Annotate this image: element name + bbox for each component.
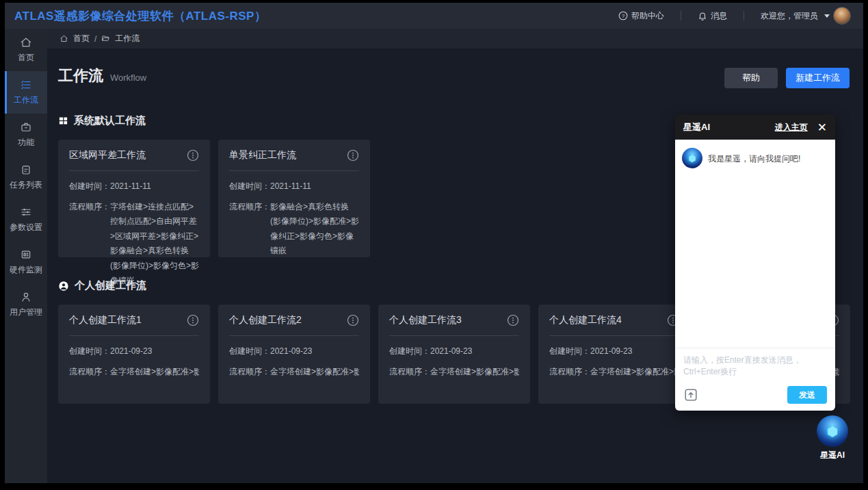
home-icon [60,34,68,43]
chat-input-area: 发送 [675,348,835,411]
created-value: 2021-09-23 [110,344,199,359]
flow-value: 金字塔创建>影像配准>影像融 [110,365,199,380]
divider [229,170,359,171]
flow-label: 流程顺序： [69,200,110,289]
created-label: 创建时间： [69,179,110,194]
sidebar-item-tasks[interactable]: 任务列表 [5,156,47,198]
sidebar-item-workflow[interactable]: 工作流 [5,71,47,114]
chat-header: 星遥AI 进入主页 ✕ [675,115,835,140]
ai-chat-panel: 星遥AI 进入主页 ✕ ⬢ 我是星遥，请向我提问吧! 发送 [675,115,835,411]
toolbox-icon [20,121,32,133]
chat-title: 星遥AI [683,121,710,133]
question-circle-icon: ? [618,11,628,21]
divider [681,11,681,21]
app-window: ATLAS遥感影像综合处理软件（ATLAS-RSP） ? 帮助中心 消息 欢迎您… [5,3,863,483]
more-options-icon[interactable] [187,314,199,326]
sidebar-item-functions[interactable]: 功能 [5,114,47,156]
created-value: 2021-09-23 [590,344,679,359]
page-subtitle: Workflow [110,73,146,83]
sidebar-item-label: 首页 [18,52,34,64]
more-options-icon[interactable] [507,314,519,326]
ai-sphere-icon: ⬢ [817,415,848,447]
personal-section-title: 个人创建工作流 [75,279,146,292]
flow-value: 金字塔创建>影像配准>影像融 [430,365,519,380]
workflow-list-icon [20,79,32,91]
flow-label: 流程顺序： [229,365,270,380]
top-header-bar: ATLAS遥感影像综合处理软件（ATLAS-RSP） ? 帮助中心 消息 欢迎您… [5,3,863,29]
system-section-title: 系统默认工作流 [74,114,146,127]
card-title: 个人创建工作流1 [69,314,142,326]
clipboard-icon [20,164,32,176]
sidebar-item-label: 参数设置 [10,222,42,233]
sidebar-item-home[interactable]: 首页 [5,29,47,71]
card-title: 个人创建工作流2 [229,314,302,326]
divider [389,335,519,336]
messages-link[interactable]: 消息 [698,10,727,22]
created-label: 创建时间： [229,344,270,359]
chat-input[interactable] [683,354,827,381]
sidebar-item-hardware[interactable]: 硬件监测 [5,241,47,283]
floating-ai-button[interactable]: ⬢ 星遥AI [817,415,848,461]
help-center-label: 帮助中心 [631,10,664,22]
breadcrumb-home[interactable]: 首页 [73,33,90,44]
messages-label: 消息 [711,10,727,22]
hardware-monitor-icon [20,248,32,261]
page-title-row: 工作流 Workflow 帮助 新建工作流 [58,66,863,88]
welcome-text: 欢迎您，管理员 [761,10,818,22]
divider [69,170,199,171]
breadcrumb: 首页 / 工作流 [47,29,863,49]
new-workflow-button[interactable]: 新建工作流 [786,68,850,88]
help-button[interactable]: 帮助 [724,68,778,88]
svg-text:?: ? [622,13,624,19]
close-icon[interactable]: ✕ [817,122,827,133]
sidebar-item-parameters[interactable]: 参数设置 [5,198,47,241]
flow-value: 金字塔创建>影像配准>影像融 [590,365,679,380]
created-value: 2021-09-23 [270,344,359,359]
flow-value: 金字塔创建>影像配准>影像融 [270,365,359,380]
sidebar-item-label: 工作流 [14,94,38,106]
chevron-down-icon [824,14,830,18]
flow-label: 流程顺序： [69,365,110,380]
send-button[interactable]: 发送 [787,386,827,404]
more-options-icon[interactable] [187,149,199,162]
card-title: 个人创建工作流3 [389,314,462,326]
workflow-card: 个人创建工作流1 创建时间： 2021-09-23 流程顺序： 金字塔创建>影像… [58,305,210,404]
help-center-link[interactable]: ? 帮助中心 [618,10,664,22]
created-value: 2021-11-11 [110,179,199,194]
upload-icon[interactable] [683,387,698,402]
workflow-card: 个人创建工作流2 创建时间： 2021-09-23 流程顺序： 金字塔创建>影像… [218,305,370,404]
user-menu[interactable]: 欢迎您，管理员 [761,7,851,25]
created-label: 创建时间： [549,344,590,359]
flow-label: 流程顺序： [549,365,590,380]
sidebar-item-label: 硬件监测 [10,264,42,276]
sidebar-item-label: 用户管理 [10,307,42,318]
flow-label: 流程顺序： [389,365,430,380]
divider [549,335,679,336]
sliders-icon [20,206,32,218]
bell-icon [698,11,707,21]
workflow-card: 单景纠正工作流 创建时间： 2021-11-11 流程顺序： 影像融合>真彩色转… [218,140,370,257]
account-circle-icon [58,281,69,292]
divider [69,335,199,336]
chat-message-area: ⬢ 我是星遥，请向我提问吧! [675,140,835,348]
more-options-icon[interactable] [347,314,359,326]
home-icon [20,36,32,49]
app-title: ATLAS遥感影像综合处理软件（ATLAS-RSP） [14,8,266,24]
sidebar-item-label: 功能 [18,137,34,149]
user-icon [20,291,32,303]
ai-avatar: ⬢ [682,148,702,168]
created-label: 创建时间： [229,179,270,194]
created-label: 创建时间： [69,344,110,359]
sidebar-item-users[interactable]: 用户管理 [5,283,47,326]
grid-icon [58,116,68,126]
created-value: 2021-11-11 [270,179,359,194]
folder-open-icon [101,34,110,43]
workflow-card: 个人创建工作流3 创建时间： 2021-09-23 流程顺序： 金字塔创建>影像… [378,305,530,404]
user-avatar[interactable] [833,7,851,25]
workflow-card: 区域网平差工作流 创建时间： 2021-11-11 流程顺序： 字塔创建>连接点… [58,140,210,257]
chat-home-link[interactable]: 进入主页 [775,122,808,133]
flow-value: 影像融合>真彩色转换(影像降位)>影像配准>影像纠正>影像匀色>影像镶嵌 [270,200,359,259]
more-options-icon[interactable] [347,149,359,162]
breadcrumb-separator: / [94,34,96,44]
breadcrumb-current: 工作流 [115,33,140,44]
